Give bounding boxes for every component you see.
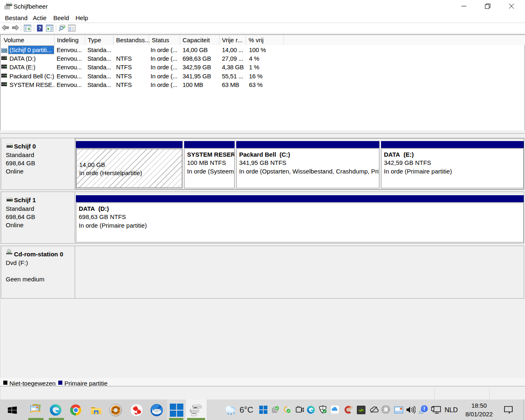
svg-text:!: ! [423, 406, 425, 412]
svg-text:?: ? [38, 25, 41, 31]
